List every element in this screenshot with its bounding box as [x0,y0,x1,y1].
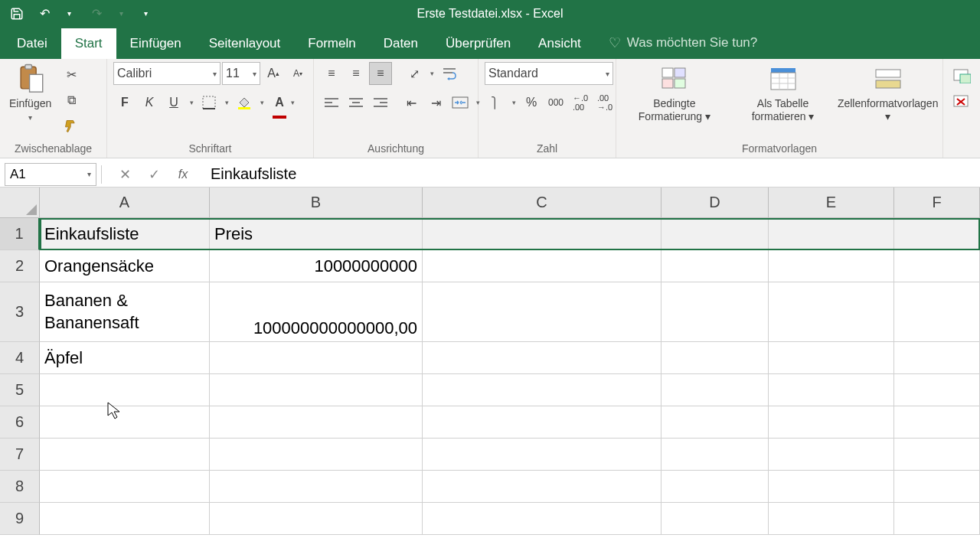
tab-pagelayout[interactable]: Seitenlayout [195,28,295,59]
accounting-dropdown[interactable]: ▾ [509,91,518,114]
delete-cells-button[interactable] [951,91,972,112]
cell-D2[interactable] [662,250,769,282]
bold-button[interactable]: F [113,91,136,114]
align-top-button[interactable]: ≡ [320,62,343,85]
column-header-D[interactable]: D [662,187,769,218]
tab-file[interactable]: Datei [3,28,61,59]
cell-F3[interactable] [894,282,980,342]
tab-insert[interactable]: Einfügen [116,28,195,59]
align-center-button[interactable] [345,91,368,114]
cells-area[interactable]: EinkaufslistePreisOrangensäcke1000000000… [40,218,980,535]
redo-dropdown[interactable]: ▾ [110,3,132,24]
row-header-6[interactable]: 6 [0,406,40,439]
row-header-2[interactable]: 2 [0,250,40,282]
cell-E3[interactable] [769,282,894,342]
row-header-9[interactable]: 9 [0,503,40,535]
tab-data[interactable]: Daten [370,28,432,59]
cell-F2[interactable] [894,250,980,282]
fx-button[interactable]: fx [172,164,194,185]
cell-E4[interactable] [769,342,894,374]
cell-B9[interactable] [210,503,423,535]
cell-E5[interactable] [769,374,894,406]
undo-button[interactable]: ↶ [34,3,55,24]
cell-C5[interactable] [423,374,662,406]
cell-A1[interactable]: Einkaufsliste [40,218,210,250]
align-middle-button[interactable]: ≡ [345,62,368,85]
row-header-7[interactable]: 7 [0,439,40,471]
format-as-table-button[interactable]: Als Tabelle formatieren ▾ [731,62,835,125]
insert-cells-button[interactable] [951,65,972,86]
underline-dropdown[interactable]: ▾ [187,91,196,114]
fill-color-dropdown[interactable]: ▾ [257,91,266,114]
column-header-A[interactable]: A [40,187,210,218]
row-header-8[interactable]: 8 [0,471,40,503]
cell-F8[interactable] [894,471,980,503]
enter-formula-button[interactable]: ✓ [143,164,165,185]
cell-F1[interactable] [894,218,980,250]
orientation-dropdown[interactable]: ▾ [427,62,436,85]
cell-B1[interactable]: Preis [210,218,423,250]
name-box[interactable]: A1 ▾ [5,163,96,186]
align-left-button[interactable] [320,91,343,114]
cut-button[interactable]: ✂ [60,64,82,85]
paste-button[interactable]: Einfügen ▾ [6,62,54,123]
cell-A6[interactable] [40,406,210,439]
cell-E7[interactable] [769,439,894,471]
cell-F5[interactable] [894,374,980,406]
redo-button[interactable]: ↷ [86,3,107,24]
orientation-button[interactable]: ⤢ [403,62,426,85]
decrease-decimal-button[interactable]: .00→.0 [593,91,616,114]
accounting-format-button[interactable]: ⎫ [485,91,508,114]
column-header-C[interactable]: C [423,187,662,218]
column-header-F[interactable]: F [894,187,980,218]
select-all-corner[interactable] [0,187,40,218]
percent-button[interactable]: % [520,91,543,114]
fill-color-button[interactable] [233,91,256,114]
cell-styles-button[interactable]: Zellenformatvorlagen ▾ [839,62,936,125]
cell-D1[interactable] [662,218,769,250]
row-header-4[interactable]: 4 [0,342,40,374]
cell-D6[interactable] [662,406,769,439]
cell-E2[interactable] [769,250,894,282]
cancel-formula-button[interactable]: ✕ [114,164,136,185]
cell-F9[interactable] [894,503,980,535]
cell-D8[interactable] [662,471,769,503]
cell-E1[interactable] [769,218,894,250]
tab-home[interactable]: Start [61,28,116,59]
cell-D9[interactable] [662,503,769,535]
cell-C2[interactable] [423,250,662,282]
save-button[interactable] [6,3,28,24]
cell-F7[interactable] [894,439,980,471]
underline-button[interactable]: U [162,91,185,114]
borders-button[interactable] [198,91,220,114]
column-header-E[interactable]: E [769,187,894,218]
cell-D7[interactable] [662,439,769,471]
cell-B7[interactable] [210,439,423,471]
wrap-text-button[interactable] [438,62,461,85]
undo-dropdown[interactable]: ▾ [58,3,80,24]
cell-A4[interactable]: Äpfel [40,342,210,374]
grow-font-button[interactable]: A▴ [262,62,285,85]
increase-indent-button[interactable]: ⇥ [424,91,447,114]
copy-button[interactable]: ⧉ [60,90,82,111]
font-size-combo[interactable]: 11 ▾ [222,62,260,85]
cell-C4[interactable] [423,342,662,374]
tab-review[interactable]: Überprüfen [432,28,524,59]
cell-C7[interactable] [423,439,662,471]
cell-E8[interactable] [769,471,894,503]
cell-D4[interactable] [662,342,769,374]
cell-A5[interactable] [40,374,210,406]
conditional-formatting-button[interactable]: Bedingte Formatierung ▾ [622,62,727,125]
cell-A9[interactable] [40,503,210,535]
cell-B3[interactable]: 100000000000000,00 [210,282,423,342]
qat-customize[interactable]: ▾ [135,3,156,24]
format-painter-button[interactable] [60,116,82,137]
cell-C3[interactable] [423,282,662,342]
italic-button[interactable]: K [138,91,161,114]
cell-B8[interactable] [210,471,423,503]
align-right-button[interactable] [369,91,392,114]
increase-decimal-button[interactable]: ←.0.00 [569,91,592,114]
cell-B6[interactable] [210,406,423,439]
number-format-combo[interactable]: Standard ▾ [485,62,613,85]
row-header-5[interactable]: 5 [0,374,40,406]
